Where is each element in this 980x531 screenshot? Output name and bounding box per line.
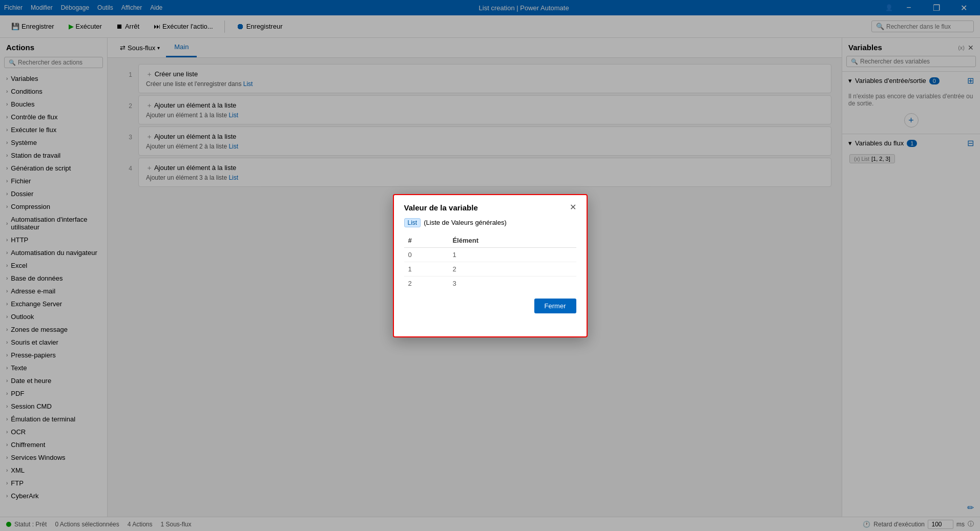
dialog-footer: Fermer xyxy=(404,299,576,313)
col-hash: # xyxy=(404,233,449,248)
dialog-close-fermer-button[interactable]: Fermer xyxy=(534,299,576,313)
row-value: 2 xyxy=(448,262,576,276)
row-value: 3 xyxy=(448,276,576,290)
dialog-subtitle-text: (Liste de Valeurs générales) xyxy=(424,219,507,226)
table-row: 1 2 xyxy=(404,262,576,276)
table-row: 0 1 xyxy=(404,247,576,262)
dialog-title: Valeur de la variable xyxy=(404,203,478,212)
table-row: 2 3 xyxy=(404,276,576,290)
dialog-close-button[interactable]: ✕ xyxy=(570,203,576,211)
row-index: 2 xyxy=(404,276,449,290)
variable-value-dialog: Valeur de la variable ✕ List (Liste de V… xyxy=(393,194,588,337)
modal-overlay[interactable]: Valeur de la variable ✕ List (Liste de V… xyxy=(0,0,980,531)
row-index: 0 xyxy=(404,247,449,262)
dialog-header: Valeur de la variable ✕ xyxy=(404,203,576,212)
col-element: Élément xyxy=(448,233,576,248)
dialog-subtitle: List (Liste de Valeurs générales) xyxy=(404,218,576,227)
row-index: 1 xyxy=(404,262,449,276)
variable-table: # Élément 0 1 1 2 2 3 xyxy=(404,233,576,290)
row-value: 1 xyxy=(448,247,576,262)
list-type-badge: List xyxy=(404,218,421,227)
